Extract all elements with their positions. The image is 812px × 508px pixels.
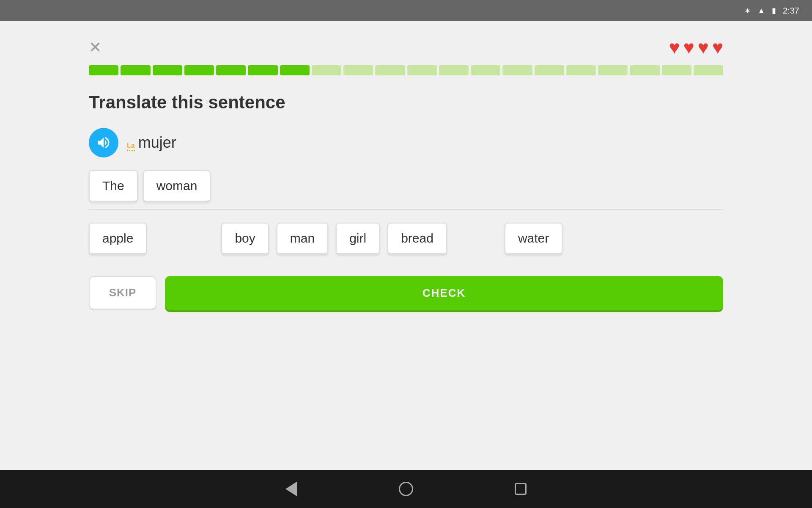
- heart-3: ♥: [698, 38, 709, 57]
- sentence-area: Lamujer: [89, 128, 723, 157]
- progress-segment-4: [216, 65, 246, 75]
- progress-segment-18: [662, 65, 691, 75]
- bluetooth-icon: ∗: [744, 6, 751, 15]
- heart-4: ♥: [712, 38, 723, 57]
- progress-segment-5: [248, 65, 277, 75]
- progress-segment-3: [184, 65, 214, 75]
- progress-segment-6: [280, 65, 310, 75]
- progress-segment-17: [630, 65, 659, 75]
- speaker-icon: [96, 135, 111, 150]
- progress-segment-13: [502, 65, 532, 75]
- hearts-container: ♥ ♥ ♥ ♥: [669, 38, 724, 57]
- progress-bar: [89, 65, 723, 75]
- word-tile-boy[interactable]: boy: [221, 223, 269, 255]
- heart-2: ♥: [683, 38, 694, 57]
- word-tile-man[interactable]: man: [277, 223, 328, 255]
- bottom-buttons: SKIP CHECK: [89, 276, 723, 319]
- progress-segment-0: [89, 65, 118, 75]
- main-content: ✕ ♥ ♥ ♥ ♥ Translate this sentence Lamuje…: [0, 21, 812, 470]
- progress-segment-12: [471, 65, 500, 75]
- sentence-text: Lamujer: [127, 134, 176, 152]
- answer-tile-the[interactable]: The: [89, 170, 138, 202]
- clock: 2:37: [783, 6, 799, 16]
- progress-segment-9: [375, 65, 405, 75]
- skip-button[interactable]: SKIP: [89, 276, 156, 310]
- progress-segment-7: [312, 65, 341, 75]
- word-tile-girl[interactable]: girl: [336, 223, 380, 255]
- recents-button[interactable]: [515, 483, 527, 495]
- top-row: ✕ ♥ ♥ ♥ ♥: [89, 38, 723, 57]
- battery-icon: ▮: [772, 6, 776, 15]
- heart-1: ♥: [669, 38, 680, 57]
- home-button[interactable]: [399, 482, 413, 496]
- back-button[interactable]: [285, 481, 297, 497]
- speaker-button[interactable]: [89, 128, 118, 157]
- word-tile-apple[interactable]: apple: [89, 223, 147, 255]
- progress-segment-16: [598, 65, 628, 75]
- progress-segment-11: [439, 65, 469, 75]
- highlighted-word: La: [127, 142, 135, 151]
- close-button[interactable]: ✕: [89, 40, 102, 55]
- answer-tile-woman[interactable]: woman: [143, 170, 211, 202]
- check-button[interactable]: CHECK: [165, 276, 723, 310]
- wifi-icon: ▲: [757, 6, 765, 15]
- progress-segment-19: [694, 65, 723, 75]
- progress-segment-10: [407, 65, 437, 75]
- progress-segment-1: [121, 65, 150, 75]
- sentence-rest: mujer: [138, 134, 176, 151]
- status-bar: ∗ ▲ ▮ 2:37: [0, 0, 812, 21]
- progress-segment-2: [153, 65, 182, 75]
- answer-area: The woman: [89, 170, 723, 210]
- progress-segment-14: [535, 65, 564, 75]
- android-nav-bar: [0, 470, 812, 508]
- word-bank: apple boy man girl bread water: [89, 223, 723, 255]
- word-tile-bread[interactable]: bread: [387, 223, 447, 255]
- progress-segment-8: [343, 65, 373, 75]
- word-tile-water[interactable]: water: [505, 223, 562, 255]
- instruction-text: Translate this sentence: [89, 92, 723, 113]
- progress-segment-15: [566, 65, 596, 75]
